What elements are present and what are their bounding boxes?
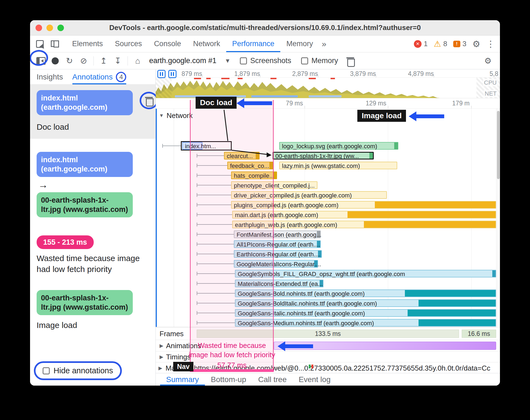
net-activity-bar xyxy=(251,95,298,97)
tab-sources[interactable]: Sources xyxy=(109,36,148,52)
network-track-header[interactable]: ▼ Network xyxy=(159,111,193,120)
network-scrollbar[interactable] xyxy=(496,109,500,327)
annotation-entry-doc-load[interactable]: index.html (earth.google.com) Doc load xyxy=(30,85,155,139)
capture-settings-gear-icon[interactable]: ⚙ xyxy=(481,54,495,68)
range-handle-right[interactable] xyxy=(168,70,176,78)
request-whisker xyxy=(197,205,231,205)
minimize-window-button[interactable] xyxy=(46,25,53,31)
devtools-tabs: ElementsSourcesConsoleNetworkPerformance… xyxy=(66,36,319,52)
more-tabs-button[interactable]: » xyxy=(319,39,329,49)
timings-track-label[interactable]: ▶ Timings xyxy=(160,353,191,361)
request-whisker xyxy=(162,146,182,146)
home-button[interactable]: ⌂ xyxy=(131,54,145,68)
request-label: GoogleSans-Italic.nohints.ttf (earth.goo… xyxy=(238,310,365,317)
tab-elements[interactable]: Elements xyxy=(66,36,109,52)
tab-console[interactable]: Console xyxy=(148,36,187,52)
request-whisker-tick xyxy=(197,164,197,167)
bottom-tab-call-tree[interactable]: Call tree xyxy=(252,373,293,386)
cpu-overview-chart[interactable]: CPU NET xyxy=(156,78,500,98)
screenshots-checkbox[interactable] xyxy=(240,57,247,64)
bottom-tab-summary[interactable]: Summary xyxy=(160,373,205,386)
scrollbar-thumb[interactable] xyxy=(497,111,500,179)
hide-annotations-checkbox[interactable] xyxy=(43,367,50,374)
upload-profile-button[interactable]: ↥ xyxy=(96,54,111,68)
annotation-entry-link[interactable]: index.html (earth.google.com) → 00-earth… xyxy=(30,139,155,217)
request-label: plugins_compiled.js (earth.google.com) xyxy=(234,202,338,209)
request-whisker xyxy=(197,155,224,156)
memory-checkbox[interactable] xyxy=(301,57,308,64)
toggle-sidebar-button[interactable] xyxy=(34,54,48,68)
request-whisker-tick xyxy=(197,311,197,315)
reload-and-record-button[interactable]: ↻ xyxy=(62,54,76,68)
request-label: lazy.min.js (www.gstatic.com) xyxy=(282,162,360,170)
frame-bar-end[interactable]: 16.6 ms xyxy=(462,330,496,338)
doc-load-annotation-label[interactable]: Doc load xyxy=(196,97,237,109)
frame-bar-main[interactable]: 133.5 ms xyxy=(197,330,459,338)
request-whisker xyxy=(197,185,231,185)
annotation-pill-range[interactable]: 155 - 213 ms xyxy=(37,235,94,249)
request-label: GoogleSans-Bold.nohints.ttf (earth.googl… xyxy=(238,290,365,297)
more-requests-ellipsis[interactable]: ... xyxy=(260,318,269,327)
annotation-pill-index[interactable]: index.html (earth.google.com) xyxy=(37,90,133,115)
bottom-tab-bottom-up[interactable]: Bottom-up xyxy=(205,373,252,386)
sidebar-footer: Hide annotations xyxy=(34,361,122,380)
cpu-lane-label: CPU xyxy=(483,79,498,86)
warning-badge[interactable]: ⚠ 8 xyxy=(434,40,447,48)
collect-garbage-button[interactable] xyxy=(343,54,357,68)
inspect-element-icon[interactable] xyxy=(36,40,44,48)
close-window-button[interactable] xyxy=(36,25,42,31)
image-load-annotation-label[interactable]: Image load xyxy=(357,110,406,122)
zoom-window-button[interactable] xyxy=(57,25,64,31)
memory-checkbox-wrap[interactable]: Memory xyxy=(296,57,343,65)
cpu-activity-graph xyxy=(156,78,500,98)
tab-insights[interactable]: Insights xyxy=(37,69,63,84)
annotation-pill-image[interactable]: 00-earth-splash-1x-ltr.jpg (www.gstatic.… xyxy=(37,290,133,315)
request-whisker-tick xyxy=(197,183,197,187)
timings-label: Timings xyxy=(166,353,191,361)
annotation-pill-from[interactable]: index.html (earth.google.com) xyxy=(37,152,133,177)
annotation-entry-image-load[interactable]: 00-earth-splash-1x-ltr.jpg (www.gstatic.… xyxy=(30,290,155,330)
issues-badge[interactable]: ! 3 xyxy=(453,40,466,48)
request-label: GoogleSymbols_FILL_GRAD_opsz_wght.ttf (e… xyxy=(238,271,405,278)
tab-network[interactable]: Network xyxy=(187,36,226,52)
request-whisker-tick xyxy=(197,242,197,246)
tab-performance[interactable]: Performance xyxy=(226,36,281,52)
request-bar-solid xyxy=(375,202,496,208)
range-handle-left[interactable] xyxy=(157,70,166,78)
overview-tick-label: 3,879 ms xyxy=(335,70,376,78)
request-label: GoogleSans-Medium.nohints.ttf (earth.goo… xyxy=(238,320,374,327)
devtools-tabbar: ElementsSourcesConsoleNetworkPerformance… xyxy=(30,36,500,52)
profile-select[interactable]: earth.google.com #1 ▼ xyxy=(145,57,235,65)
frames-track[interactable]: Frames 133.5 ms 16.6 ms xyxy=(156,327,500,340)
hide-annotations-ring: Hide annotations xyxy=(34,361,122,380)
animation-arrow-icon xyxy=(278,341,313,351)
annotation-label: Doc load xyxy=(37,122,149,132)
device-toolbar-icon[interactable] xyxy=(51,40,59,48)
tab-annotations[interactable]: Annotations 4 xyxy=(72,69,126,84)
kebab-menu-icon[interactable]: ⋮ xyxy=(486,40,495,48)
titlebar: DevTools - earth.google.com/static/multi… xyxy=(30,20,500,36)
wasted-time-callout: Wasted time because image had low fetch … xyxy=(188,341,276,370)
annotation-pill-to[interactable]: 00-earth-splash-1x-ltr.jpg (www.gstatic.… xyxy=(37,192,133,217)
error-badge[interactable]: ✕ 1 xyxy=(414,40,428,48)
request-bar-solid xyxy=(408,310,496,316)
request-whisker xyxy=(197,234,234,235)
detail-tick-mark xyxy=(305,106,305,108)
clear-recording-button[interactable]: ⊘ xyxy=(76,54,91,68)
screenshots-checkbox-wrap[interactable]: Screenshots xyxy=(235,57,296,65)
bottom-tab-event-log[interactable]: Event log xyxy=(293,373,337,386)
warning-count: 8 xyxy=(443,40,447,48)
sidebar-tabs: Insights Annotations 4 xyxy=(30,69,155,85)
download-profile-button[interactable]: ↧ xyxy=(111,54,125,68)
overview-ruler: 879 ms1,879 ms2,879 ms3,879 ms4,879 ms5,… xyxy=(156,69,500,78)
request-bar-solid xyxy=(364,221,496,228)
wasted-time-value: 57.77 ms xyxy=(188,360,276,370)
tab-memory[interactable]: Memory xyxy=(280,36,319,52)
timeline-overview[interactable]: 879 ms1,879 ms2,879 ms3,879 ms4,879 ms5,… xyxy=(156,69,500,98)
error-icon: ✕ xyxy=(414,40,422,48)
record-button[interactable] xyxy=(48,54,62,68)
settings-gear-icon[interactable]: ⚙ xyxy=(472,40,480,48)
request-whisker xyxy=(197,165,227,166)
annotation-entry-wasted-time[interactable]: 155 - 213 ms Wasted time because image h… xyxy=(30,235,155,275)
detail-tick-mark xyxy=(471,106,472,108)
